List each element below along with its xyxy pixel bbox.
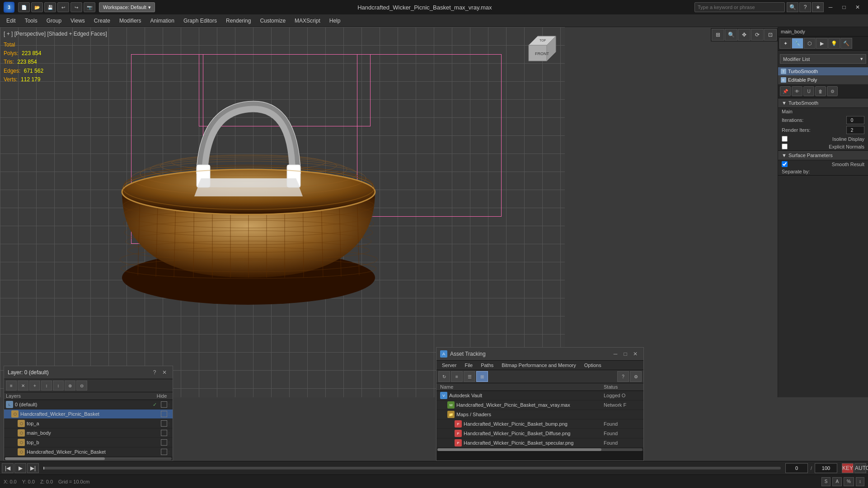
workspace-dropdown[interactable]: Workspace: Default ▾ (99, 2, 155, 12)
remove-modifier-icon[interactable]: 🗑 (815, 86, 826, 96)
menu-item-group[interactable]: Group (42, 16, 66, 26)
pin-stack-icon[interactable]: 📌 (780, 86, 791, 96)
layer-sort-icon[interactable]: ↕ (53, 381, 64, 390)
layer-row-basket-sub[interactable]: ⬡ Handcrafted_Wicker_Picnic_Basket ⋮ (4, 447, 173, 457)
asset-refresh-icon[interactable]: ↻ (438, 371, 450, 382)
layer-move-icon[interactable]: ↕ (41, 381, 52, 390)
new-button[interactable]: 📄 (18, 2, 30, 12)
asset-scrollbar[interactable] (436, 448, 643, 451)
modifier-turbosmooth[interactable]: T TurboSmooth (778, 67, 868, 76)
frame-input[interactable] (785, 463, 808, 473)
render-iters-input[interactable] (846, 126, 864, 134)
spinner-snap[interactable]: ↕ (856, 477, 864, 486)
star-button[interactable]: ★ (812, 2, 824, 12)
layer-expand-icon[interactable]: ⊕ (65, 381, 75, 390)
asset-settings-icon[interactable]: ⚙ (630, 371, 642, 382)
asset-detail-view-icon[interactable]: ☰ (464, 371, 475, 382)
asset-menu-options[interactable]: Options (581, 362, 605, 369)
menu-item-customize[interactable]: Customize (255, 16, 290, 26)
layer-add-icon[interactable]: + (29, 381, 40, 390)
menu-item-graph-editors[interactable]: Graph Editors (179, 16, 221, 26)
viewport-orientation-cube[interactable]: FRONT TOP (524, 32, 560, 68)
asset-close-button[interactable]: ✕ (631, 349, 640, 358)
menu-item-views[interactable]: Views (66, 16, 89, 26)
timeline-slider[interactable] (43, 467, 781, 469)
redo-button[interactable]: ↪ (70, 2, 82, 12)
asset-menu-server[interactable]: Server (438, 362, 460, 369)
search-input[interactable] (694, 2, 785, 12)
end-frame-input[interactable] (815, 463, 837, 473)
motion-panel-icon[interactable]: ▶ (816, 38, 828, 49)
isoline-checkbox[interactable] (782, 136, 788, 142)
key-frame-button[interactable]: KEY (842, 463, 854, 473)
modifier-list-dropdown[interactable]: Modifier List ▾ (780, 54, 866, 64)
asset-row-maps-folder[interactable]: 📁 Maps / Shaders (436, 410, 643, 419)
undo-button[interactable]: ↩ (57, 2, 69, 12)
menu-item-modifiers[interactable]: Modifiers (115, 16, 146, 26)
orbit-icon[interactable]: ⟳ (751, 29, 764, 41)
layer-close-button[interactable]: ✕ (160, 368, 169, 377)
asset-menu-paths[interactable]: Paths (477, 362, 497, 369)
layer-row-top-a[interactable]: ⬡ top_a ⋮ (4, 419, 173, 428)
save-button[interactable]: 💾 (44, 2, 56, 12)
menu-item-create[interactable]: Create (89, 16, 115, 26)
asset-help-icon[interactable]: ? (617, 371, 629, 382)
display-panel-icon[interactable]: 💡 (828, 38, 840, 49)
next-frame-button[interactable]: ▶| (27, 463, 39, 473)
asset-row-max-file[interactable]: M Handcrafted_Wicker_Picnic_Basket_max_v… (436, 400, 643, 410)
maximize-viewport-icon[interactable]: ⊡ (764, 29, 777, 41)
asset-list-view-icon[interactable]: ≡ (451, 371, 463, 382)
smooth-result-checkbox[interactable] (782, 161, 788, 167)
show-result-icon[interactable]: 👁 (792, 86, 802, 96)
explicit-normals-checkbox[interactable] (782, 144, 788, 149)
asset-minimize-button[interactable]: ─ (611, 349, 620, 358)
modify-panel-icon[interactable]: 🔧 (792, 38, 803, 49)
zoom-icon[interactable]: 🔍 (725, 29, 737, 41)
asset-row-vault[interactable]: V Autodesk Vault Logged O (436, 391, 643, 400)
surface-params-header[interactable]: ▼ Surface Parameters (778, 151, 868, 160)
menu-item-rendering[interactable]: Rendering (221, 16, 255, 26)
help-button[interactable]: ? (799, 2, 811, 12)
menu-item-animation[interactable]: Animation (146, 16, 179, 26)
asset-row-bump[interactable]: P Handcrafted_Wicker_Picnic_Basket_bump.… (436, 419, 643, 429)
layer-row-main-body[interactable]: ⬡ main_body ⋮ (4, 428, 173, 438)
create-panel-icon[interactable]: ✦ (779, 38, 791, 49)
menu-item-maxscript[interactable]: MAXScript (290, 16, 325, 26)
layer-row-default[interactable]: L 0 (default) ✓ ⋮ (4, 400, 173, 409)
prev-frame-button[interactable]: |◀ (2, 463, 14, 473)
asset-row-specular[interactable]: P Handcrafted_Wicker_Picnic_Basket_specu… (436, 438, 643, 448)
iterations-input[interactable] (846, 116, 864, 124)
layer-collapse-icon[interactable]: ⊖ (76, 381, 87, 390)
asset-row-diffuse[interactable]: P Handcrafted_Wicker_Picnic_Basket_Diffu… (436, 429, 643, 438)
layer-row-top-b[interactable]: ⬡ top_b ⋮ (4, 438, 173, 447)
angle-snap[interactable]: A (832, 477, 842, 486)
modifier-editable-poly[interactable]: E Editable Poly (778, 76, 868, 84)
render-button[interactable]: 📷 (84, 2, 95, 12)
close-button[interactable]: ✕ (851, 1, 864, 14)
pan-icon[interactable]: ✥ (738, 29, 751, 41)
zoom-extents-icon[interactable]: ⊞ (712, 29, 724, 41)
maximize-button[interactable]: □ (837, 1, 851, 14)
snap-toggle[interactable]: S (821, 477, 831, 486)
minimize-button[interactable]: ─ (824, 1, 837, 14)
menu-item-tools[interactable]: Tools (20, 16, 42, 26)
layer-all-icon[interactable]: ≡ (6, 381, 17, 390)
layer-delete-icon[interactable]: ✕ (18, 381, 28, 390)
asset-menu-bitmap[interactable]: Bitmap Performance and Memory (498, 362, 579, 369)
layer-scrollbar[interactable] (4, 457, 173, 460)
asset-grid-view-icon[interactable]: ⊞ (476, 371, 488, 382)
asset-menu-file[interactable]: File (461, 362, 476, 369)
layer-help-button[interactable]: ? (150, 368, 159, 377)
configure-modifier-icon[interactable]: ⚙ (827, 86, 838, 96)
menu-item-edit[interactable]: Edit (2, 16, 20, 26)
make-unique-icon[interactable]: U (803, 86, 814, 96)
auto-key-button[interactable]: AUTO (854, 463, 866, 473)
search-icon-button[interactable]: 🔍 (787, 2, 798, 12)
asset-maximize-button[interactable]: □ (621, 349, 630, 358)
play-button[interactable]: ▶ (14, 463, 26, 473)
turbosmooth-header[interactable]: ▼ TurboSmooth (778, 98, 868, 108)
viewport[interactable]: FRONT TOP (0, 27, 565, 397)
percent-snap[interactable]: % (844, 477, 854, 486)
hierarchy-panel-icon[interactable]: ⬡ (804, 38, 816, 49)
menu-item-help[interactable]: Help (325, 16, 345, 26)
